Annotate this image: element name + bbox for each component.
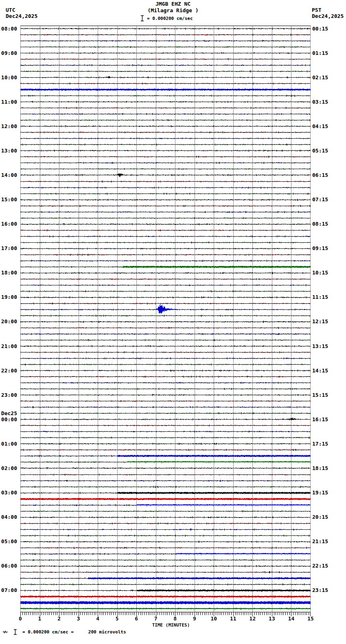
pst-tz-label: PST bbox=[312, 7, 321, 13]
pst-hour-label: 23:15 bbox=[312, 587, 328, 593]
utc-hour-label: 00:00 bbox=[0, 416, 19, 422]
x-axis-tick-label: 8 bbox=[168, 616, 182, 622]
pst-hour-label: 18:15 bbox=[312, 465, 328, 471]
utc-hour-label: 14:00 bbox=[0, 172, 19, 178]
utc-hour-label: 08:00 bbox=[0, 26, 19, 32]
x-axis-tick-label: 0 bbox=[13, 616, 27, 622]
utc-hour-label: 01:00 bbox=[0, 441, 19, 447]
utc-hour-label: 13:00 bbox=[0, 148, 19, 154]
scale-label: = 0.000200 cm/sec bbox=[147, 16, 193, 21]
footer-ibar-icon bbox=[13, 629, 17, 635]
utc-hour-label: 16:00 bbox=[0, 221, 19, 227]
pst-hour-label: 08:15 bbox=[312, 221, 328, 227]
utc-hour-label: 22:00 bbox=[0, 368, 19, 374]
x-axis-tick-label: 7 bbox=[149, 616, 163, 622]
pst-hour-label: 11:15 bbox=[312, 294, 328, 300]
x-axis-tick-label: 9 bbox=[188, 616, 201, 622]
utc-hour-label: 15:00 bbox=[0, 196, 19, 202]
x-axis-tick-label: 6 bbox=[129, 616, 143, 622]
utc-hour-label: 02:00 bbox=[0, 465, 19, 471]
utc-hour-label: 12:00 bbox=[0, 123, 19, 129]
x-axis-tick-label: 10 bbox=[207, 616, 221, 622]
pst-hour-label: 00:15 bbox=[312, 26, 328, 32]
pst-hour-label: 20:15 bbox=[312, 514, 328, 520]
amplitude-scale: = 0.000200 cm/sec bbox=[140, 15, 193, 22]
pst-hour-label: 17:15 bbox=[312, 441, 328, 447]
helicorder-plot bbox=[20, 26, 311, 618]
pst-hour-label: 14:15 bbox=[312, 368, 328, 374]
scale-ibar-icon bbox=[140, 15, 144, 22]
seismogram-canvas bbox=[20, 26, 311, 618]
x-axis-tick-label: 14 bbox=[284, 616, 298, 622]
utc-date: Dec24,2025 bbox=[6, 13, 37, 19]
utc-hour-label: 07:00 bbox=[0, 587, 19, 593]
utc-hour-label: 17:00 bbox=[0, 245, 19, 251]
pst-hour-label: 05:15 bbox=[312, 148, 328, 154]
utc-tz-label: UTC bbox=[6, 7, 15, 13]
utc-header: UTCDec24,2025 bbox=[6, 7, 37, 19]
webicorder-page: JMGB EHZ NC (Milagra Ridge ) = 0.000200 … bbox=[0, 0, 346, 644]
utc-hour-label: 18:00 bbox=[0, 270, 19, 276]
pst-hour-label: 01:15 bbox=[312, 50, 328, 56]
utc-hour-label: 23:00 bbox=[0, 392, 19, 398]
pst-hour-label: 10:15 bbox=[312, 270, 328, 276]
pst-hour-label: 15:15 bbox=[312, 392, 328, 398]
utc-day-rollover-label: Dec25 bbox=[0, 410, 19, 416]
utc-hour-label: 04:00 bbox=[0, 514, 19, 520]
pst-hour-label: 12:15 bbox=[312, 318, 328, 324]
pst-hour-label: 04:15 bbox=[312, 123, 328, 129]
x-axis-tick-label: 5 bbox=[110, 616, 124, 622]
x-axis-tick-label: 1 bbox=[33, 616, 47, 622]
x-axis-tick-label: 2 bbox=[52, 616, 66, 622]
x-axis-tick-label: 13 bbox=[265, 616, 279, 622]
wiggle-icon bbox=[3, 630, 8, 634]
x-axis-tick-label: 11 bbox=[226, 616, 240, 622]
pst-header: PSTDec24,2025 bbox=[312, 7, 344, 19]
utc-hour-label: 11:00 bbox=[0, 99, 19, 105]
footer-scale-text: = 0.000200 cm/sec = bbox=[22, 629, 74, 635]
utc-hour-label: 19:00 bbox=[0, 294, 19, 300]
pst-hour-label: 06:15 bbox=[312, 172, 328, 178]
x-axis-tick-label: 3 bbox=[72, 616, 85, 622]
location-subtitle: (Milagra Ridge ) bbox=[0, 7, 346, 13]
pst-hour-label: 09:15 bbox=[312, 245, 328, 251]
x-axis-title: TIME (MINUTES) bbox=[0, 622, 342, 628]
pst-hour-label: 16:15 bbox=[312, 416, 328, 422]
pst-hour-label: 02:15 bbox=[312, 74, 328, 80]
footer-scale-note: = 0.000200 cm/sec = 200 microvolts bbox=[3, 629, 126, 635]
pst-hour-label: 19:15 bbox=[312, 490, 328, 496]
utc-hour-label: 20:00 bbox=[0, 318, 19, 324]
pst-hour-label: 13:15 bbox=[312, 343, 328, 349]
utc-hour-label: 03:00 bbox=[0, 490, 19, 496]
pst-hour-label: 07:15 bbox=[312, 196, 328, 202]
station-title: JMGB EHZ NC bbox=[0, 1, 346, 7]
pst-hour-label: 22:15 bbox=[312, 563, 328, 569]
utc-hour-label: 06:00 bbox=[0, 563, 19, 569]
utc-hour-label: 05:00 bbox=[0, 538, 19, 544]
x-axis-tick-label: 12 bbox=[245, 616, 259, 622]
utc-hour-label: 09:00 bbox=[0, 50, 19, 56]
utc-hour-label: 21:00 bbox=[0, 343, 19, 349]
pst-date: Dec24,2025 bbox=[312, 13, 344, 19]
x-axis-tick-label: 4 bbox=[91, 616, 105, 622]
x-axis-tick-label: 15 bbox=[304, 616, 318, 622]
utc-hour-label: 10:00 bbox=[0, 74, 19, 80]
footer-value-text: 200 microvolts bbox=[88, 629, 126, 635]
pst-hour-label: 03:15 bbox=[312, 99, 328, 105]
pst-hour-label: 21:15 bbox=[312, 538, 328, 544]
